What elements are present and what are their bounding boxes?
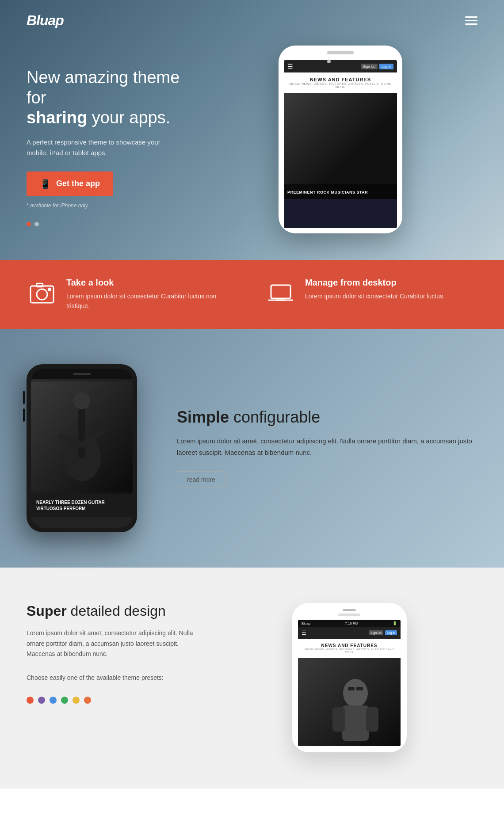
dark-phone-caption: NEARLY THREE DOZEN GUITAR VIRTUOSOS PERF… bbox=[31, 494, 133, 517]
read-more-button[interactable]: read more bbox=[177, 471, 225, 488]
feature-take-a-look: Take a look Lorem ipsum dolor sit consec… bbox=[27, 278, 239, 311]
svg-rect-3 bbox=[325, 137, 341, 168]
simple-heading: Simple configurable bbox=[177, 408, 477, 427]
camera-icon bbox=[27, 278, 57, 309]
super-description: Lorem ipsum dolor sit amet, consectetur … bbox=[27, 628, 195, 659]
feature-1-desc: Lorem ipsum dolor sit consectetur Curabi… bbox=[66, 291, 239, 311]
phone-screen: ☰ Sign Up Log in NEWS AND FEATURES MUSIC… bbox=[284, 60, 397, 228]
svg-point-10 bbox=[48, 288, 51, 291]
color-dot-green[interactable] bbox=[61, 697, 68, 704]
carousel-dots bbox=[27, 222, 203, 226]
dark-phone-frame: NEARLY THREE DOZEN GUITAR VIRTUOSOS PERF… bbox=[27, 364, 137, 532]
camera-svg bbox=[29, 280, 55, 306]
svg-rect-26 bbox=[356, 687, 363, 690]
phone-icon: 📱 bbox=[40, 179, 51, 189]
phone-title-area: NEWS AND FEATURES MUSIC NEWS, VIDEOS, PI… bbox=[284, 72, 397, 93]
laptop-icon bbox=[265, 278, 296, 309]
logo: Bluap bbox=[27, 12, 64, 29]
super-heading-normal: detailed design bbox=[71, 603, 166, 619]
simple-description: Lorem ipsum dolor sit amet, consectetur … bbox=[177, 435, 477, 458]
phone-caption-text: PREEMINENT ROCK MUSICIANS STAR bbox=[287, 190, 368, 194]
white-phone-mockup: Bluap 7:10 PM 🔋 ☰ Sign Up Log in NEWS AN… bbox=[221, 603, 477, 752]
dark-phone-mockup: NEARLY THREE DOZEN GUITAR VIRTUOSOS PERF… bbox=[27, 364, 150, 532]
white-phone-screen: Bluap 7:10 PM 🔋 ☰ Sign Up Log in NEWS AN… bbox=[298, 620, 401, 746]
login-btn: Log in bbox=[379, 64, 393, 69]
simple-section-text: Simple configurable Lorem ipsum dolor si… bbox=[177, 408, 477, 488]
phone-top-bar bbox=[284, 51, 397, 57]
svg-point-8 bbox=[37, 289, 47, 300]
white-phone-top bbox=[298, 614, 401, 616]
status-time: 7:10 PM bbox=[345, 621, 358, 625]
svg-point-1 bbox=[339, 102, 369, 137]
guitar-figure bbox=[31, 379, 133, 494]
guitarist-svg bbox=[31, 379, 133, 494]
hero-section: Bluap New amazing theme for sharing your… bbox=[0, 0, 504, 260]
white-phone-login: Log in bbox=[385, 630, 397, 635]
hero-headline-bold: sharing bbox=[27, 108, 87, 127]
hero-text-block: New amazing theme for sharing your apps.… bbox=[27, 54, 203, 226]
section-super: Super detailed design Lorem ipsum dolor … bbox=[0, 568, 504, 789]
get-app-label: Get the app bbox=[56, 179, 100, 188]
feature-take-a-look-text: Take a look Lorem ipsum dolor sit consec… bbox=[66, 278, 239, 311]
hero-content: New amazing theme for sharing your apps.… bbox=[0, 41, 504, 260]
white-phone-buttons: Sign Up Log in bbox=[369, 630, 397, 635]
white-phone-signup: Sign Up bbox=[369, 630, 383, 635]
color-dot-purple[interactable] bbox=[38, 697, 45, 704]
svg-rect-24 bbox=[366, 707, 378, 732]
simple-heading-bold: Simple bbox=[177, 408, 229, 426]
white-phone-subtitle: MUSIC NEWS, VIDEOS, PICTURES, ARTISTS, P… bbox=[302, 648, 396, 653]
svg-rect-2 bbox=[336, 135, 371, 179]
phone-image-area: PREEMINENT ROCK MUSICIANS STAR bbox=[284, 93, 397, 199]
phone-title: NEWS AND FEATURES bbox=[288, 77, 393, 82]
color-dot-blue[interactable] bbox=[50, 697, 57, 704]
signup-btn: Sign Up bbox=[361, 64, 378, 69]
available-note: * available for iPhone only bbox=[27, 202, 203, 209]
svg-rect-4 bbox=[369, 137, 385, 168]
dot-2[interactable] bbox=[34, 222, 39, 226]
hamburger-menu[interactable] bbox=[465, 16, 477, 25]
dot-1[interactable] bbox=[27, 222, 31, 226]
color-dot-orange[interactable] bbox=[84, 697, 91, 704]
super-heading: Super detailed design bbox=[27, 603, 195, 619]
phone2-musician-svg bbox=[298, 658, 401, 746]
status-carrier: Bluap bbox=[302, 621, 310, 625]
svg-rect-11 bbox=[271, 285, 290, 298]
hamburger-line-2 bbox=[465, 20, 477, 21]
rock-musician-svg bbox=[284, 93, 397, 199]
super-heading-bold: Super bbox=[27, 603, 67, 619]
laptop-svg bbox=[267, 280, 294, 306]
simple-heading-normal: configurable bbox=[233, 408, 320, 426]
dark-phone-image bbox=[31, 379, 133, 494]
phone-frame: ☰ Sign Up Log in NEWS AND FEATURES MUSIC… bbox=[279, 46, 402, 233]
color-dot-yellow[interactable] bbox=[73, 697, 80, 704]
hero-headline-normal: New amazing theme for bbox=[27, 68, 179, 107]
white-phone-title-area: NEWS AND FEATURES MUSIC NEWS, VIDEOS, PI… bbox=[298, 639, 401, 658]
feature-desktop-text: Manage from desktop Lorem ipsum dolor si… bbox=[305, 278, 445, 301]
phone-subtitle: MUSIC NEWS, VIDEOS, PICTURES, ARTISTS, P… bbox=[288, 82, 393, 88]
color-dot-red[interactable] bbox=[27, 697, 34, 704]
white-phone-speaker bbox=[338, 614, 360, 616]
features-bar: Take a look Lorem ipsum dolor sit consec… bbox=[0, 260, 504, 329]
white-phone-menu-icon: ☰ bbox=[302, 630, 306, 636]
white-phone-image bbox=[298, 658, 401, 746]
section-simple: NEARLY THREE DOZEN GUITAR VIRTUOSOS PERF… bbox=[0, 329, 504, 568]
hero-phone-mockup: ☰ Sign Up Log in NEWS AND FEATURES MUSIC… bbox=[203, 46, 477, 233]
svg-rect-5 bbox=[346, 115, 355, 120]
svg-rect-25 bbox=[348, 687, 355, 690]
phone-action-buttons: Sign Up Log in bbox=[361, 64, 393, 69]
get-app-button[interactable]: 📱 Get the app bbox=[27, 172, 113, 196]
dark-phone-screen: NEARLY THREE DOZEN GUITAR VIRTUOSOS PERF… bbox=[31, 369, 133, 528]
svg-rect-16 bbox=[78, 407, 85, 458]
navigation: Bluap bbox=[0, 0, 504, 41]
svg-point-21 bbox=[343, 679, 368, 707]
status-bar: Bluap 7:10 PM 🔋 bbox=[298, 620, 401, 627]
white-phone-handle bbox=[343, 609, 356, 611]
phone-camera bbox=[327, 60, 331, 63]
rock-figure bbox=[284, 93, 397, 199]
hamburger-line-1 bbox=[465, 16, 477, 18]
super-section-text: Super detailed design Lorem ipsum dolor … bbox=[27, 603, 195, 704]
status-battery: 🔋 bbox=[393, 621, 397, 625]
hamburger-line-3 bbox=[465, 23, 477, 25]
feature-2-title: Manage from desktop bbox=[305, 278, 445, 288]
hero-description: A perfect responsive theme to showcase y… bbox=[27, 137, 168, 158]
